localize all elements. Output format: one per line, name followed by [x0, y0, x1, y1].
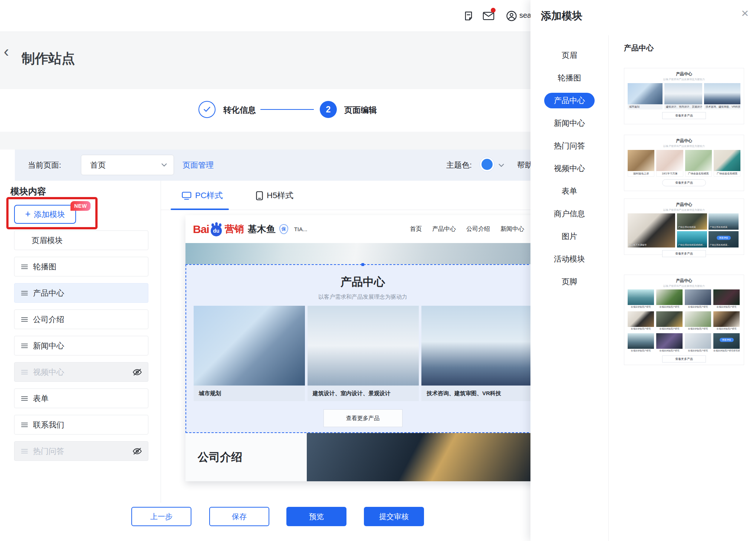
- screen: sea ‹ 制作站点 转化信息 2 页面编辑 当前页面: 首页 页面管理 主题色…: [0, 0, 756, 541]
- template-image: [656, 289, 683, 305]
- mail-icon[interactable]: [482, 10, 495, 22]
- sidebar-divider: [161, 181, 161, 503]
- drag-handle-icon[interactable]: [21, 449, 28, 454]
- template-caption: 技术咨询、建筑审图、VR科技: [704, 104, 740, 109]
- template-image: [685, 311, 711, 327]
- template-card-3[interactable]: 产品中心 以客户需求和产品发展理念为驱动力 线上线下大课辅导 广纳全国名校精英 …: [624, 199, 744, 255]
- drag-handle-icon[interactable]: [21, 422, 28, 427]
- module-item-label: 新闻中心: [33, 341, 64, 351]
- product-image: [308, 306, 419, 386]
- template-image: [685, 333, 711, 349]
- drag-handle-icon[interactable]: [21, 396, 28, 401]
- notes-icon[interactable]: [462, 10, 475, 22]
- preview-button[interactable]: 预览: [286, 507, 346, 526]
- panel-menu-video[interactable]: 视频中心: [544, 161, 595, 176]
- template-caption: 城市规划: [628, 104, 663, 109]
- template-card-2[interactable]: 产品中心 以客户需求和产品发展理念为驱动力 随时随地上课 1对1学习方案 广纳全…: [624, 135, 744, 191]
- template-title: 产品中心: [628, 71, 740, 77]
- hero-banner-image[interactable]: [185, 243, 540, 264]
- drag-handle-icon[interactable]: [21, 264, 28, 269]
- step1-check-icon: [198, 101, 216, 118]
- panel-menu-products-active[interactable]: 产品中心: [544, 93, 595, 108]
- panel-menu-form[interactable]: 表单: [552, 183, 587, 199]
- site-nav-home[interactable]: 首页: [410, 225, 422, 233]
- tab-h5-style[interactable]: H5样式: [256, 190, 293, 201]
- panel-menu: 页眉 轮播图 产品中心 新闻中心 热门问答 视频中心 表单 商户信息 图片 活动…: [530, 47, 608, 289]
- panel-menu-footer[interactable]: 页脚: [552, 274, 587, 289]
- module-item-label: 表单: [33, 393, 49, 404]
- company-intro-module[interactable]: 公司介绍: [185, 433, 540, 481]
- drag-handle-icon[interactable]: [21, 317, 28, 322]
- panel-menu-header[interactable]: 页眉: [552, 47, 587, 63]
- module-item-contact[interactable]: 联系我们: [14, 415, 148, 435]
- save-button[interactable]: 保存: [209, 507, 269, 526]
- module-item-faq-hidden[interactable]: 热门问答: [14, 441, 148, 461]
- template-card-4[interactable]: 产品中心 以客户需求和产品发展理念为驱动力 在项目伊始用户研究 在项目伊始用户研…: [624, 275, 744, 365]
- add-module-panel: 添加模块 × 页眉 轮播图 产品中心 新闻中心 热门问答 视频中心 表单 商户信…: [530, 0, 756, 541]
- panel-menu-news[interactable]: 新闻中心: [544, 115, 595, 131]
- prev-step-button[interactable]: 上一步: [131, 507, 191, 526]
- product-card: 技术咨询、建筑审图、VR科技: [421, 306, 533, 401]
- template-image: [713, 311, 740, 327]
- template-caption: 在项目伊始用户研究: [628, 327, 654, 331]
- back-button[interactable]: ‹: [4, 44, 9, 59]
- product-logo-name: 基木鱼: [248, 223, 276, 235]
- site-nav-news[interactable]: 新闻中心: [500, 225, 524, 233]
- theme-color-swatch[interactable]: [480, 157, 494, 172]
- module-item-carousel[interactable]: 轮播图: [14, 257, 148, 276]
- template-image: [628, 83, 663, 104]
- baidu-logo-suffix: 营销: [225, 223, 244, 236]
- product-image: [194, 306, 305, 386]
- template-title: 产品中心: [628, 138, 740, 144]
- module-item-company[interactable]: 公司介绍: [14, 309, 148, 329]
- selection-handle[interactable]: [361, 263, 364, 266]
- panel-menu-image[interactable]: 图片: [552, 229, 587, 244]
- panel-menu-carousel[interactable]: 轮播图: [548, 70, 591, 86]
- step2-number: 2: [320, 101, 337, 118]
- product-card: 城市规划: [194, 306, 305, 401]
- module-item-header[interactable]: 页眉模块: [14, 230, 148, 250]
- current-page-select[interactable]: 首页: [81, 155, 174, 175]
- eye-slash-icon[interactable]: [132, 447, 142, 455]
- module-item-video-hidden[interactable]: 视频中心: [14, 362, 148, 382]
- module-item-form[interactable]: 表单: [14, 388, 148, 408]
- module-item-products[interactable]: 产品中心: [14, 283, 148, 303]
- close-icon[interactable]: ×: [741, 7, 749, 19]
- drag-handle-icon[interactable]: [21, 370, 28, 375]
- drag-handle-icon[interactable]: [21, 343, 28, 348]
- module-item-news[interactable]: 新闻中心: [14, 336, 148, 355]
- panel-menu-faq[interactable]: 热门问答: [544, 138, 595, 154]
- page-manage-link[interactable]: 页面管理: [183, 160, 214, 170]
- site-nav-company[interactable]: 公司介绍: [466, 225, 490, 233]
- panel-menu-activity[interactable]: 活动模块: [544, 251, 595, 267]
- username[interactable]: sea: [519, 11, 531, 20]
- tab-pc-style[interactable]: PC样式: [182, 190, 223, 201]
- panel-menu-merchant[interactable]: 商户信息: [544, 206, 595, 222]
- template-caption: 1对1学习方案: [656, 171, 683, 177]
- template-image: 查看详情 广纳全国名校精英...: [709, 231, 739, 247]
- site-nav-products[interactable]: 产品中心: [432, 225, 456, 233]
- user-avatar-icon[interactable]: [505, 10, 518, 22]
- template-image: [713, 289, 740, 305]
- drag-handle-icon[interactable]: [21, 291, 28, 296]
- template-image: [656, 150, 683, 171]
- product-caption: 城市规划: [194, 386, 305, 401]
- template-caption: 在项目伊始用户研究: [656, 327, 683, 331]
- template-image: 广纳全国名校精英: [677, 213, 707, 230]
- step1-label: 转化信息: [223, 105, 256, 116]
- products-row: 城市规划 建筑设计、室内设计、景观设计 技术咨询、建筑审图、VR科技: [186, 306, 539, 401]
- module-item-label: 轮播图: [33, 262, 56, 272]
- template-image: 广纳全国名校精英: [709, 213, 739, 230]
- submit-review-button[interactable]: 提交审核: [364, 507, 424, 526]
- template-caption: 在项目伊始用户研究: [713, 327, 740, 331]
- template-subtitle: 以客户需求和产品发展理念为驱动力: [628, 284, 740, 288]
- active-tab-underline: [171, 209, 229, 210]
- theme-chevron-down-icon[interactable]: [499, 164, 504, 167]
- site-header-module[interactable]: Bai du 营销 基木鱼 保 TIA... 首页 产品中心 公司介绍 新闻中心…: [185, 215, 540, 243]
- eye-slash-icon[interactable]: [132, 368, 142, 376]
- view-more-products-button[interactable]: 查看更多产品: [323, 409, 402, 427]
- selected-products-module[interactable]: 产品中心 以客户需求和产品发展理念为驱动力 城市规划 建筑设计、室内设计、景观设…: [185, 264, 540, 433]
- products-section-title: 产品中心: [186, 265, 539, 290]
- baidu-paw-icon: du: [210, 222, 224, 236]
- template-card-1[interactable]: 产品中心 以客户需求和产品发展理念为驱动力 城市规划 建筑设计、室内设计、景观设…: [624, 68, 744, 124]
